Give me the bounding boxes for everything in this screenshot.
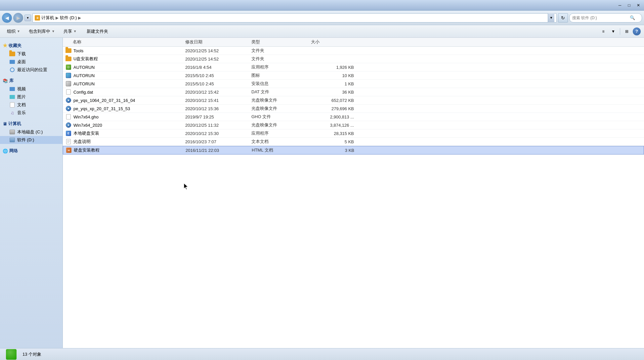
minimize-button[interactable]: ─ — [616, 2, 624, 9]
sidebar-item-documents[interactable]: 文档 — [0, 101, 63, 109]
back-button[interactable]: ◀ — [2, 13, 12, 23]
file-size: 1 KB — [311, 81, 361, 86]
file-name: AUTORUN — [73, 81, 95, 86]
share-label: 共享 — [64, 28, 72, 34]
file-name: 光盘说明 — [73, 139, 91, 145]
col-header-type[interactable]: 类型 — [251, 39, 311, 45]
search-icon[interactable]: 🔍 — [630, 15, 635, 20]
sidebar-item-local-c[interactable]: 本地磁盘 (C:) — [0, 128, 63, 136]
file-date: 2016/10/23 7:07 — [185, 139, 251, 144]
table-row[interactable]: H 硬盘安装教程 2016/11/21 22:03 HTML 文档 3 KB — [63, 146, 644, 155]
music-label: 音乐 — [17, 110, 26, 116]
table-row[interactable]: pe_yqs_1064_20_07_31_16_04 2020/10/12 15… — [63, 96, 644, 105]
search-box: 🔍 — [569, 13, 642, 22]
sidebar-item-downloads[interactable]: 下载 — [0, 50, 63, 58]
file-date: 2016/11/21 22:03 — [186, 148, 252, 153]
file-size: 1,926 KB — [311, 65, 361, 70]
organize-arrow-icon: ▼ — [17, 29, 20, 33]
share-button[interactable]: 共享 ▼ — [60, 27, 80, 36]
table-row[interactable]: AUTORUN 2015/5/10 2:45 图标 10 KB — [63, 71, 644, 80]
include-library-button[interactable]: 包含到库中 ▼ — [25, 27, 59, 36]
file-type: 文件夹 — [251, 48, 311, 54]
file-name-cell: Win7x64.gho — [63, 114, 185, 120]
view-buttons: ≡ ▼ ⊞ — [599, 27, 631, 36]
file-size: 3 KB — [311, 148, 361, 153]
sidebar-item-local-d[interactable]: 软件 (D:) — [0, 136, 63, 144]
file-icon — [65, 106, 71, 112]
close-button[interactable]: ✕ — [634, 2, 643, 9]
pictures-label: 图片 — [17, 94, 26, 100]
search-input[interactable] — [572, 16, 628, 20]
sidebar-header-computer[interactable]: 🖥 计算机 — [0, 119, 63, 128]
table-row[interactable]: Win7x64_2020 2020/12/25 11:32 光盘映像文件 3,8… — [63, 121, 644, 129]
file-name-cell: AUTORUN — [63, 64, 185, 70]
table-row[interactable]: Config.dat 2020/10/12 15:42 DAT 文件 36 KB — [63, 88, 644, 96]
file-name-cell: AUTORUN — [63, 81, 185, 87]
col-header-size[interactable]: 大小 — [311, 39, 361, 45]
help-button[interactable]: ? — [633, 27, 641, 35]
sidebar-item-video[interactable]: 视频 — [0, 85, 63, 93]
table-row[interactable]: U盘安装教程 2020/12/25 14:52 文件夹 — [63, 55, 644, 63]
file-type: 应用程序 — [251, 64, 311, 70]
file-icon — [65, 56, 71, 62]
table-row[interactable]: Win7x64.gho 2019/9/7 19:25 GHO 文件 2,900,… — [63, 113, 644, 121]
documents-label: 文档 — [17, 102, 26, 108]
file-date: 2020/10/12 15:42 — [185, 90, 251, 95]
include-library-label: 包含到库中 — [29, 28, 50, 34]
refresh-button[interactable]: ↻ — [558, 13, 568, 22]
table-row[interactable]: AUTORUN 2016/1/8 4:54 应用程序 1,926 KB — [63, 63, 644, 71]
library-label: 库 — [9, 78, 14, 84]
file-type: HTML 文档 — [252, 147, 311, 153]
sidebar-header-network[interactable]: 🌐 网络 — [0, 147, 63, 155]
file-type: 安装信息 — [251, 81, 311, 87]
path-computer[interactable]: 计算机 — [41, 15, 54, 21]
new-folder-button[interactable]: 新建文件夹 — [82, 27, 113, 36]
favorites-star-icon: ★ — [3, 42, 7, 49]
file-date: 2020/12/25 11:32 — [185, 123, 251, 128]
sidebar-item-pictures[interactable]: 图片 — [0, 93, 63, 101]
address-dropdown-button[interactable]: ▼ — [548, 13, 554, 22]
file-type: 文件夹 — [251, 56, 311, 62]
view-toggle-button[interactable]: ≡ — [599, 27, 608, 36]
col-header-date[interactable]: 修改日期 — [185, 39, 251, 45]
network-label: 网络 — [9, 148, 18, 154]
svg-point-0 — [67, 66, 70, 68]
file-date: 2015/5/10 2:45 — [185, 73, 251, 78]
table-row[interactable]: E 本地硬盘安装 2020/10/12 15:30 应用程序 28,315 KB — [63, 129, 644, 138]
file-name: U盘安装教程 — [73, 56, 98, 62]
file-name-cell: pe_yqs_xp_20_07_31_15_53 — [63, 106, 185, 112]
file-date: 2020/10/12 15:30 — [185, 131, 251, 136]
sidebar-item-music[interactable]: ♫ 音乐 — [0, 109, 63, 117]
preview-button[interactable]: ⊞ — [622, 27, 631, 36]
file-type: 光盘映像文件 — [251, 97, 311, 103]
file-type: 图标 — [251, 72, 311, 78]
file-list-header: 名称 修改日期 类型 大小 — [63, 38, 644, 47]
downloads-label: 下载 — [17, 51, 26, 57]
title-bar: ─ □ ✕ — [0, 0, 644, 11]
sidebar-item-desktop[interactable]: 桌面 — [0, 58, 63, 66]
toolbar-divider — [620, 28, 620, 35]
sidebar-item-recent[interactable]: 最近访问的位置 — [0, 66, 63, 74]
path-drive[interactable]: 软件 (D:) — [60, 15, 77, 21]
computer-header-icon: 🖥 — [3, 121, 7, 126]
file-list: 名称 修改日期 类型 大小 Tools 2020/12/25 14:52 文件夹 — [63, 38, 644, 348]
recent-button[interactable]: ▼ — [24, 15, 31, 21]
organize-button[interactable]: 组织 ▼ — [3, 27, 24, 36]
file-name-cell: U盘安装教程 — [63, 56, 185, 62]
maximize-button[interactable]: □ — [625, 2, 633, 9]
path-sep-2: ▶ — [78, 16, 81, 20]
table-row[interactable]: AUTORUN 2015/5/10 2:45 安装信息 1 KB — [63, 80, 644, 88]
table-row[interactable]: pe_yqs_xp_20_07_31_15_53 2020/10/12 15:3… — [63, 105, 644, 113]
file-date: 2016/1/8 4:54 — [185, 65, 251, 70]
table-row[interactable]: 光盘说明 2016/10/23 7:07 文本文档 5 KB — [63, 138, 644, 146]
col-header-name[interactable]: 名称 — [63, 39, 185, 45]
sidebar-header-library[interactable]: 📚 库 — [0, 76, 63, 85]
table-row[interactable]: Tools 2020/12/25 14:52 文件夹 — [63, 47, 644, 55]
forward-button[interactable]: ▶ — [13, 13, 23, 23]
local-c-label: 本地磁盘 (C:) — [17, 129, 43, 135]
file-name-cell: E 本地硬盘安装 — [63, 130, 185, 136]
file-size: 3,874,126 ... — [311, 123, 361, 128]
view-arrow-button[interactable]: ▼ — [609, 27, 618, 36]
sidebar-header-favorites[interactable]: ★ 收藏夹 — [0, 41, 63, 50]
favorites-label: 收藏夹 — [9, 43, 21, 49]
